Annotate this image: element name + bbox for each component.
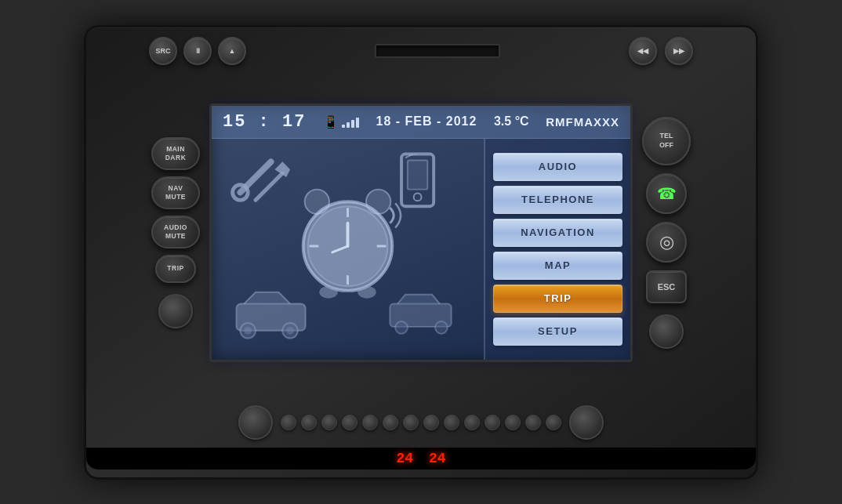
menu-item-trip[interactable]: TRIP [493,285,622,313]
preset-btn-12[interactable] [505,415,521,430]
cd-slot [375,44,500,58]
bottom-display-right: 24 [429,451,446,466]
preset-btn-7[interactable] [403,415,419,430]
preset-btn-2[interactable] [301,415,317,430]
preset-btn-3[interactable] [321,415,337,430]
top-left-controls: SRC ⏸ ▲ [149,37,246,65]
svg-rect-17 [408,160,427,189]
main-area: MAINDARK NAVMUTE AUDIOMUTE TRIP 15 : 17 … [86,71,756,394]
phone-answer-button[interactable]: ☎ [646,173,687,214]
tel-off-button[interactable]: TELOFF [642,117,691,165]
rewind-button[interactable]: ◀◀ [629,37,657,65]
svg-point-18 [414,193,422,201]
temperature-display: 3.5 °C [494,114,529,129]
left-knob[interactable] [158,294,193,328]
screen-header: 15 : 17 📱 18 - FEB - 2012 3.5 °C RMFMAXX… [212,106,630,139]
radio-wave-button[interactable]: ◎ [646,222,687,263]
phone-answer-icon: ☎ [657,184,677,203]
bottom-display-left: 24 [396,451,413,466]
preset-btn-4[interactable] [342,415,357,430]
screen-body: AUDIO TELEPHONE NAVIGATION MAP TRIP SETU… [212,139,630,360]
svg-point-25 [286,326,294,334]
esc-button[interactable]: ESC [646,270,687,303]
right-knob[interactable] [649,314,684,349]
eject-button[interactable]: ▲ [218,37,246,65]
preset-btn-9[interactable] [444,415,459,430]
illustration-svg [212,139,484,360]
svg-point-27 [395,321,408,334]
signal-bar-2 [347,122,350,128]
bottom-dot-controls [86,397,756,448]
svg-point-23 [244,326,252,334]
preset-btn-11[interactable] [485,415,500,430]
menu-item-setup[interactable]: SETUP [493,317,622,346]
signal-bars [342,115,359,128]
menu-item-map[interactable]: MAP [493,252,622,280]
trip-button[interactable]: TRIP [155,255,196,283]
preset-btn-6[interactable] [383,415,398,430]
svg-point-15 [357,286,376,299]
audio-mute-button[interactable]: AUDIOMUTE [151,216,200,248]
preset-btn-13[interactable] [525,415,541,430]
right-button-panel: TELOFF ☎ ◎ ESC [633,117,700,349]
bottom-knob-right[interactable] [569,405,604,440]
signal-bar-3 [351,120,354,128]
phone-signal-area: 📱 [323,114,359,129]
signal-bar-1 [342,125,345,128]
screen-menu: AUDIO TELEPHONE NAVIGATION MAP TRIP SETU… [485,139,630,360]
signal-bar-4 [356,118,359,128]
date-display: 18 - FEB - 2012 [376,114,477,129]
bottom-knob-left[interactable] [238,405,273,440]
preset-btn-10[interactable] [464,415,480,430]
menu-item-navigation[interactable]: NAVIGATION [493,219,622,247]
top-controls: SRC ⏸ ▲ ◀◀ ▶▶ [86,37,756,65]
mobile-icon: 📱 [323,114,339,129]
nav-mute-button[interactable]: NAVMUTE [151,176,200,209]
preset-btn-14[interactable] [546,415,561,430]
radio-wave-icon: ◎ [659,232,674,252]
menu-item-telephone[interactable]: TELEPHONE [493,186,622,214]
svg-point-14 [319,286,338,299]
forward-button[interactable]: ▶▶ [665,37,693,65]
clock-display: 15 : 17 [223,112,306,132]
play-pause-button[interactable]: ⏸ [183,37,212,65]
top-right-controls: ◀◀ ▶▶ [629,37,693,65]
preset-btn-5[interactable] [362,415,378,430]
left-button-panel: MAINDARK NAVMUTE AUDIOMUTE TRIP [142,137,209,328]
preset-btn-8[interactable] [423,415,439,430]
infotainment-screen: 15 : 17 📱 18 - FEB - 2012 3.5 °C RMFMAXX… [209,103,633,362]
screen-illustration [212,139,484,360]
src-button[interactable]: SRC [149,37,177,65]
car-infotainment-unit: SRC ⏸ ▲ ◀◀ ▶▶ MAINDARK NAVMUTE AUDIOMUTE… [84,25,758,480]
radio-station-display: RMFMAXXX [546,115,619,129]
svg-point-28 [435,321,448,334]
main-dark-button[interactable]: MAINDARK [151,137,200,170]
menu-item-audio[interactable]: AUDIO [493,153,622,181]
bottom-display-strip: 24 24 [86,448,756,470]
preset-btn-1[interactable] [281,415,296,430]
